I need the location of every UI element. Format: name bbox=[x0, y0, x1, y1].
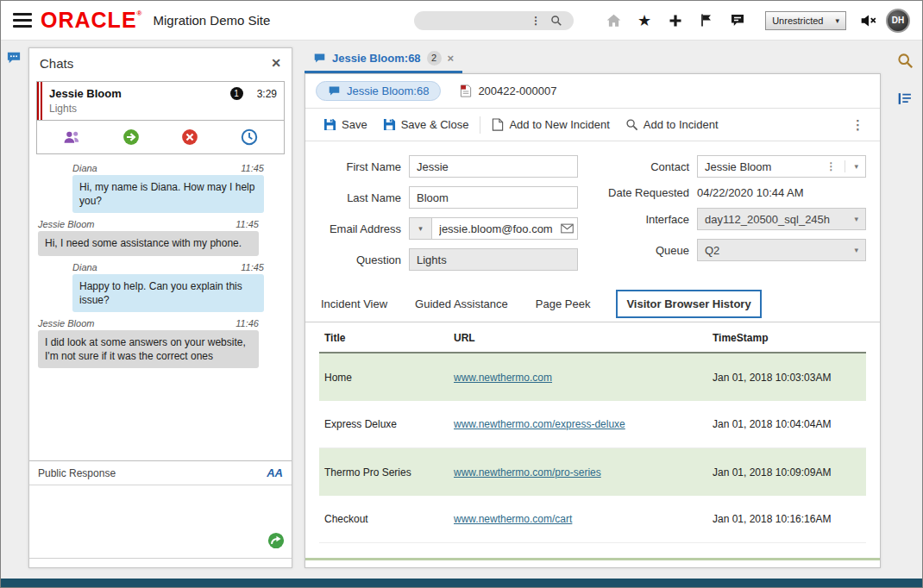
text-lines-icon[interactable] bbox=[897, 91, 913, 109]
cell-timestamp: Jan 01, 2018 10:09:09AM bbox=[713, 466, 861, 479]
column-header-timestamp: TimeStamp bbox=[713, 332, 861, 344]
save-label: Save bbox=[342, 118, 367, 131]
message-author: Diana bbox=[72, 163, 97, 173]
workspace-tab-strip: Jessie Bloom:68 2 × bbox=[305, 47, 881, 73]
add-to-new-incident-button[interactable]: Add to New Incident bbox=[484, 114, 617, 135]
knowledge-search-icon[interactable] bbox=[897, 53, 914, 72]
message-bubble: Hi, my name is Diana. How may I help you… bbox=[72, 175, 264, 213]
queue-dropdown[interactable]: Q2 ▾ bbox=[697, 239, 866, 261]
interface-value: day112_20500_sql_245h bbox=[705, 213, 830, 226]
add-to-new-incident-label: Add to New Incident bbox=[509, 118, 609, 131]
avatar[interactable]: DH bbox=[886, 9, 910, 33]
first-name-input[interactable] bbox=[409, 155, 578, 178]
email-input[interactable] bbox=[431, 217, 578, 240]
chat-record-pill[interactable]: Jessie Bloom:68 bbox=[316, 81, 441, 101]
app-window: ORACLE® Migration Demo Site ⋮ ★ bbox=[0, 0, 923, 588]
message-bubble: Happy to help. Can you explain this issu… bbox=[72, 274, 264, 312]
tab-visitor-browser-history[interactable]: Visitor Browser History bbox=[616, 290, 761, 318]
email-field: Email Address ▾ bbox=[319, 217, 579, 240]
last-name-input[interactable] bbox=[409, 186, 578, 209]
contact-options-icon[interactable]: ⋮ bbox=[826, 160, 845, 172]
chat-card-summary: Jessie Bloom 1 3:29 Lights bbox=[37, 82, 284, 120]
question-input[interactable] bbox=[409, 248, 578, 271]
last-name-label: Last Name bbox=[319, 191, 401, 204]
save-and-close-button[interactable]: Save & Close bbox=[375, 114, 477, 135]
tab-guided-assistance[interactable]: Guided Assistance bbox=[413, 291, 510, 321]
tab-jessie-bloom-68[interactable]: Jessie Bloom:68 2 × bbox=[305, 47, 462, 73]
cell-url-link[interactable]: www.newthermo.com/cart bbox=[454, 513, 713, 525]
table-row[interactable]: Home www.newthermo.com Jan 01, 2018 10:0… bbox=[319, 353, 866, 401]
browser-history-table: Title URL TimeStamp Home www.newthermo.c… bbox=[305, 322, 880, 560]
brand-text: ORACLE bbox=[41, 8, 137, 33]
chat-message: Diana 11:45 Hi, my name is Diana. How ma… bbox=[29, 163, 292, 213]
first-name-field: First Name bbox=[319, 155, 579, 178]
top-bar: ORACLE® Migration Demo Site ⋮ ★ bbox=[1, 1, 922, 41]
form-column-right: Contact Jessie Bloom ⋮ ▾ Date Requested … bbox=[601, 155, 866, 279]
menu-icon[interactable] bbox=[13, 13, 32, 28]
date-requested-label: Date Requested bbox=[601, 186, 689, 199]
unrestricted-dropdown[interactable]: Unrestricted ▾ bbox=[765, 11, 846, 30]
date-requested-value: 04/22/2020 10:44 AM bbox=[697, 186, 804, 199]
add-to-incident-button[interactable]: Add to Incident bbox=[618, 114, 726, 135]
cell-title: Express Deluxe bbox=[324, 418, 454, 430]
new-incident-icon bbox=[492, 118, 504, 131]
tab-close-icon[interactable]: × bbox=[448, 52, 455, 65]
email-label: Email Address bbox=[319, 222, 401, 235]
conference-icon[interactable] bbox=[62, 128, 81, 147]
chevron-down-icon: ▾ bbox=[835, 16, 839, 25]
close-icon[interactable]: ✕ bbox=[271, 56, 281, 70]
toolbar-divider bbox=[480, 116, 480, 134]
form-column-left: First Name Last Name Email Address ▾ bbox=[319, 155, 579, 279]
table-row[interactable]: Express Deluxe www.newthermo.com/express… bbox=[319, 401, 866, 448]
search-input[interactable]: ⋮ bbox=[414, 11, 574, 30]
chats-panel-icon[interactable] bbox=[6, 51, 22, 68]
message-time: 11:45 bbox=[241, 262, 264, 272]
envelope-icon[interactable] bbox=[561, 222, 574, 237]
cell-url-link[interactable]: www.newthermo.com bbox=[454, 372, 713, 384]
toolbar-overflow-icon[interactable]: ⋮ bbox=[846, 117, 870, 133]
home-icon[interactable] bbox=[605, 12, 622, 29]
chat-notifications-icon[interactable] bbox=[729, 12, 746, 29]
search-options-icon[interactable]: ⋮ bbox=[531, 15, 541, 27]
incident-reference[interactable]: 200422-000007 bbox=[460, 84, 556, 97]
cell-title: Checkout bbox=[324, 513, 454, 525]
table-row[interactable]: Checkout www.newthermo.com/cart Jan 01, … bbox=[319, 496, 866, 543]
activity-timer-icon[interactable] bbox=[240, 128, 259, 147]
registered-mark: ® bbox=[137, 9, 143, 17]
cell-timestamp: Jan 01, 2018 10:16:16AM bbox=[713, 513, 861, 525]
add-icon[interactable] bbox=[667, 12, 684, 29]
interface-field: Interface day112_20500_sql_245h ▾ bbox=[601, 208, 866, 230]
chat-session-card[interactable]: Jessie Bloom 1 3:29 Lights bbox=[36, 81, 285, 154]
contact-caret-icon[interactable]: ▾ bbox=[854, 162, 858, 171]
add-to-incident-label: Add to Incident bbox=[644, 118, 719, 131]
terminate-chat-icon[interactable] bbox=[180, 128, 199, 147]
interface-caret-icon: ▾ bbox=[854, 215, 858, 223]
queue-label: Queue bbox=[601, 244, 689, 257]
incident-icon bbox=[460, 84, 472, 97]
email-type-dropdown[interactable]: ▾ bbox=[409, 217, 431, 240]
tab-count-badge: 2 bbox=[427, 51, 442, 66]
transfer-chat-icon[interactable] bbox=[122, 128, 141, 147]
message-time: 11:45 bbox=[241, 163, 264, 173]
tab-page-peek[interactable]: Page Peek bbox=[534, 291, 593, 321]
interface-dropdown[interactable]: day112_20500_sql_245h ▾ bbox=[697, 208, 866, 230]
save-button[interactable]: Save bbox=[316, 114, 375, 135]
last-name-field: Last Name bbox=[319, 186, 579, 209]
tab-incident-view[interactable]: Incident View bbox=[319, 291, 389, 321]
chat-response-input[interactable] bbox=[29, 485, 292, 558]
table-row[interactable]: Thermo Pro Series www.newthermo.com/pro-… bbox=[319, 448, 866, 496]
cell-url-link[interactable]: www.newthermo.com/express-deluxe bbox=[454, 418, 713, 430]
search-icon[interactable] bbox=[548, 12, 565, 29]
question-field: Question bbox=[319, 248, 579, 271]
mute-audio-icon[interactable] bbox=[860, 12, 877, 29]
detail-tab-strip: Incident View Guided Assistance Page Pee… bbox=[305, 283, 880, 322]
contact-picker[interactable]: Jessie Bloom ⋮ ▾ bbox=[697, 155, 866, 178]
send-response-icon[interactable] bbox=[267, 532, 285, 553]
cell-url-link[interactable]: www.newthermo.com/pro-series bbox=[454, 466, 713, 479]
site-title: Migration Demo Site bbox=[153, 13, 270, 28]
favorites-star-icon[interactable]: ★ bbox=[636, 12, 653, 29]
flag-icon[interactable] bbox=[698, 12, 715, 29]
message-author: Diana bbox=[72, 262, 97, 272]
font-size-icon[interactable]: AA bbox=[267, 466, 283, 479]
cell-title: Thermo Pro Series bbox=[324, 466, 454, 479]
